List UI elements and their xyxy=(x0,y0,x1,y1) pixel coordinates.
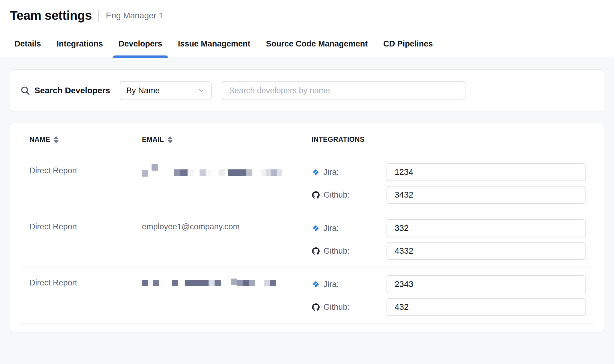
page-header: Team settings Eng Manager 1 xyxy=(0,0,614,30)
main-content: Search Developers By Name NAME xyxy=(0,58,614,332)
table-header-row: NAME EMAIL INTEGRATIONS xyxy=(20,123,594,155)
jira-icon xyxy=(312,169,320,176)
jira-icon xyxy=(312,281,320,288)
page-subtitle: Eng Manager 1 xyxy=(106,11,163,20)
tab-bar: Details Integrations Developers Issue Ma… xyxy=(0,30,614,58)
github-label: Github: xyxy=(324,190,387,200)
redacted-email xyxy=(142,164,312,178)
column-header-name[interactable]: NAME xyxy=(29,136,142,144)
column-header-email[interactable]: EMAIL xyxy=(142,136,312,144)
filter-selected-value: By Name xyxy=(126,86,160,95)
jira-input[interactable] xyxy=(387,163,586,181)
developers-table: NAME EMAIL INTEGRATIONS Direct Report xyxy=(10,123,604,332)
name-column-label: NAME xyxy=(29,136,50,144)
tab-integrations[interactable]: Integrations xyxy=(51,30,109,58)
sort-icon[interactable] xyxy=(54,136,59,143)
redacted-email xyxy=(142,276,312,290)
jira-field-row: Jira: xyxy=(312,163,589,181)
title-row: Team settings Eng Manager 1 xyxy=(10,8,604,23)
column-header-integrations: INTEGRATIONS xyxy=(312,136,589,144)
github-icon xyxy=(312,303,320,311)
jira-field-row: Jira: xyxy=(312,219,589,237)
jira-label: Jira: xyxy=(324,224,387,233)
github-label: Github: xyxy=(324,303,387,312)
tab-issue-management[interactable]: Issue Management xyxy=(173,30,256,58)
integrations-cell: Jira: Github: xyxy=(312,163,589,204)
github-label: Github: xyxy=(324,246,387,256)
jira-label: Jira: xyxy=(324,168,387,177)
table-row: Direct Report xyxy=(20,267,594,324)
integrations-column-label: INTEGRATIONS xyxy=(312,136,365,144)
title-divider xyxy=(98,9,99,22)
github-field-row: Github: xyxy=(312,242,589,260)
jira-field-row: Jira: xyxy=(312,275,589,293)
team-settings-page: Team settings Eng Manager 1 Details Inte… xyxy=(0,0,614,364)
chevron-down-icon xyxy=(198,87,205,94)
email-cell: employee1@company.com xyxy=(142,219,312,260)
search-icon xyxy=(20,85,30,96)
jira-input[interactable] xyxy=(387,275,586,293)
jira-input[interactable] xyxy=(387,219,586,237)
email-cell xyxy=(142,163,312,204)
page-title: Team settings xyxy=(10,8,92,23)
search-input[interactable] xyxy=(222,81,465,100)
tab-source-code-management[interactable]: Source Code Management xyxy=(260,30,373,58)
github-field-row: Github: xyxy=(312,298,589,316)
sort-icon[interactable] xyxy=(168,136,173,143)
tab-developers[interactable]: Developers xyxy=(113,30,168,58)
github-input[interactable] xyxy=(387,186,586,204)
email-cell xyxy=(142,275,312,316)
name-cell: Direct Report xyxy=(29,219,142,260)
integrations-cell: Jira: Github: xyxy=(312,219,589,260)
name-cell: Direct Report xyxy=(29,163,142,204)
name-cell: Direct Report xyxy=(29,275,142,316)
search-filter-select[interactable]: By Name xyxy=(120,81,212,100)
github-field-row: Github: xyxy=(312,186,589,204)
table-row: Direct Report xyxy=(20,155,594,211)
table-row: Direct Report employee1@company.com xyxy=(20,211,594,267)
github-input[interactable] xyxy=(387,298,586,316)
email-column-label: EMAIL xyxy=(142,136,164,144)
jira-icon xyxy=(312,225,320,232)
tab-details[interactable]: Details xyxy=(9,30,47,58)
jira-label: Jira: xyxy=(324,280,387,289)
integrations-cell: Jira: Github: xyxy=(312,275,589,316)
search-developers-label: Search Developers xyxy=(35,86,110,95)
search-card: Search Developers By Name xyxy=(10,69,604,112)
github-icon xyxy=(312,191,320,199)
tab-cd-pipelines[interactable]: CD Pipelines xyxy=(378,30,438,58)
github-icon xyxy=(312,247,320,255)
github-input[interactable] xyxy=(387,242,586,260)
